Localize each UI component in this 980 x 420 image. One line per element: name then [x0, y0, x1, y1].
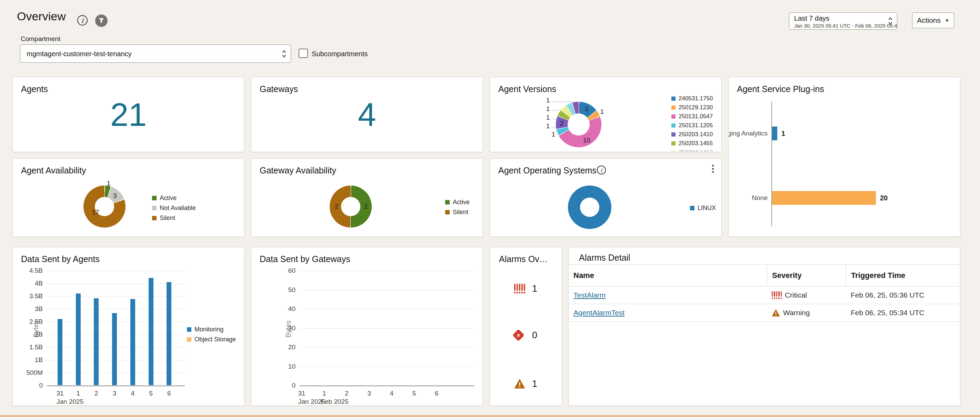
slice-label: 3	[113, 192, 117, 200]
y-tick-label: 1.5B	[29, 344, 43, 351]
agent-os-donut[interactable]	[568, 186, 611, 229]
alarms-table: Name Severity Triggered Time TestAlarm C…	[569, 264, 960, 322]
actions-button-label: Actions	[917, 16, 941, 24]
legend-item[interactable]: Active	[152, 194, 196, 202]
card-title: Agent Availability	[21, 165, 86, 175]
legend-label: Silent	[453, 208, 468, 216]
agent-availability-card: Agent Availability 1 3 17 Active Not Ava…	[13, 158, 245, 237]
y-tick-label: 10	[288, 363, 296, 370]
table-row[interactable]: TestAlarm Critical Feb 06, 25, 05:36 UTC	[569, 286, 960, 304]
column-header-name[interactable]: Name	[569, 265, 767, 286]
legend-item[interactable]: Silent	[152, 215, 196, 222]
legend-item[interactable]: Silent	[445, 208, 470, 216]
time-range-select[interactable]: Last 7 days Jan 30, 2025 05:41 UTC - Feb…	[789, 13, 897, 30]
actions-button[interactable]: Actions ▼	[912, 13, 954, 28]
legend-item[interactable]: LINUX	[690, 204, 716, 212]
y-tick-label: 500M	[26, 369, 43, 377]
slice-label: 10	[583, 137, 590, 144]
legend-item[interactable]: 240531.1750	[671, 95, 713, 102]
legend-label: Active	[160, 194, 177, 202]
x-tick-label: 2	[94, 390, 98, 397]
bar[interactable]	[94, 298, 99, 385]
x-tick-label: 5	[149, 390, 153, 397]
error-severity-icon: ×	[512, 329, 525, 341]
legend-swatch	[671, 123, 676, 127]
bar[interactable]	[112, 313, 117, 385]
data-sent-by-agents-legend: Monitoring Object Storage	[187, 326, 236, 343]
legend-label: 250131.1205	[679, 122, 713, 129]
legend-item[interactable]: 250129.1230	[671, 104, 713, 111]
agent-service-plugins-card: Agent Service Plug-ins Logging Analytics…	[728, 77, 960, 237]
x-tick-label: 4	[131, 390, 135, 397]
critical-severity-icon	[772, 291, 782, 299]
bar[interactable]	[57, 319, 62, 385]
legend-item[interactable]: 250204.1412	[671, 149, 713, 152]
legend-item[interactable]: Active	[445, 199, 470, 206]
legend-swatch	[445, 200, 450, 204]
legend-item[interactable]: Monitoring	[187, 326, 236, 333]
gridline	[300, 347, 474, 348]
time-range-label: Last 7 days	[794, 14, 829, 22]
alarm-name-link[interactable]: TestAlarm	[573, 291, 606, 299]
info-icon[interactable]: i	[597, 165, 606, 175]
column-header-severity[interactable]: Severity	[767, 265, 846, 286]
x-tick-label: 3	[367, 390, 371, 397]
bottom-border	[0, 415, 980, 420]
bar[interactable]	[149, 278, 153, 385]
data-sent-by-agents-card: Data Sent by Agents Bytes 0 500M 1B 1.5B…	[13, 247, 245, 406]
category-label: None	[752, 194, 768, 202]
agent-availability-donut[interactable]	[83, 186, 126, 228]
legend-item[interactable]: Object Storage	[187, 336, 236, 343]
alarm-name-link[interactable]: AgentAlarmTest	[573, 309, 624, 317]
slice-label: 1	[546, 114, 550, 121]
legend-swatch	[152, 206, 157, 210]
legend-label: 240531.1750	[679, 95, 713, 102]
info-icon[interactable]: i	[77, 15, 88, 25]
bar[interactable]	[772, 191, 876, 205]
subcompartments-checkbox[interactable]	[299, 49, 308, 58]
alarm-count: 1	[532, 379, 537, 389]
slice-label: 2	[364, 203, 368, 210]
data-sent-by-gateways-chart[interactable]: 0 10 20 30 40 50 6031123456Jan 2025Feb 2…	[300, 271, 474, 385]
legend-swatch	[671, 115, 676, 119]
time-range-detail: Jan 30, 2025 05:41 UTC - Feb 06, 2025 05…	[794, 23, 897, 29]
legend-item[interactable]: 250131.0547	[671, 113, 713, 120]
alarms-table-body: TestAlarm Critical Feb 06, 25, 05:36 UTC…	[569, 286, 960, 322]
caret-down-icon: ▼	[945, 18, 949, 23]
card-title: Agent Service Plug-ins	[737, 84, 824, 94]
filter-icon[interactable]	[95, 14, 108, 27]
column-header-triggered-time[interactable]: Triggered Time	[846, 265, 960, 286]
bar[interactable]	[76, 293, 81, 385]
slice-label: 1	[546, 105, 550, 113]
bar[interactable]	[167, 282, 171, 385]
agent-plugins-chart[interactable]: Logging Analytics 1None 20	[772, 101, 923, 226]
data-sent-by-agents-chart[interactable]: 0 500M 1B 1.5B 2B 2.5B 3B 3.5B 4B 4.5B31…	[47, 271, 185, 385]
legend-label: 250131.0547	[679, 113, 713, 120]
legend-item[interactable]: 250131.1205	[671, 122, 713, 129]
y-tick-label: 60	[288, 267, 296, 274]
triggered-time: Feb 06, 25, 05:34 UTC	[846, 304, 960, 321]
chevron-updown-icon	[282, 49, 286, 58]
y-tick-label: 4B	[35, 280, 43, 287]
bar[interactable]	[130, 299, 135, 385]
slice-label: 1	[546, 123, 550, 130]
x-tick-label: 4	[390, 390, 394, 397]
legend-item[interactable]: 250203.1455	[671, 140, 713, 147]
card-title: Agent Versions	[498, 84, 556, 94]
legend-label: Monitoring	[194, 326, 223, 333]
legend-item[interactable]: 250203.1410	[671, 131, 713, 138]
table-row[interactable]: AgentAlarmTest Warning Feb 06, 25, 05:34…	[569, 304, 960, 322]
y-tick-label: 20	[288, 344, 296, 351]
card-title: Data Sent by Agents	[21, 254, 100, 264]
kebab-menu-icon[interactable]	[711, 164, 715, 174]
slice-label: 3	[585, 105, 589, 113]
severity-label: Warning	[783, 309, 810, 317]
legend-swatch	[187, 327, 191, 332]
bar[interactable]	[772, 127, 777, 140]
legend-label: 250204.1412	[679, 149, 713, 152]
legend-item[interactable]: Not Available	[152, 204, 196, 212]
x-tick-label: 1	[322, 390, 326, 397]
compartment-select[interactable]: mgmtagent-customer-test-tenancy	[20, 45, 291, 63]
card-title: Alarms Ov…	[499, 254, 548, 264]
y-tick-label: 40	[288, 305, 296, 313]
